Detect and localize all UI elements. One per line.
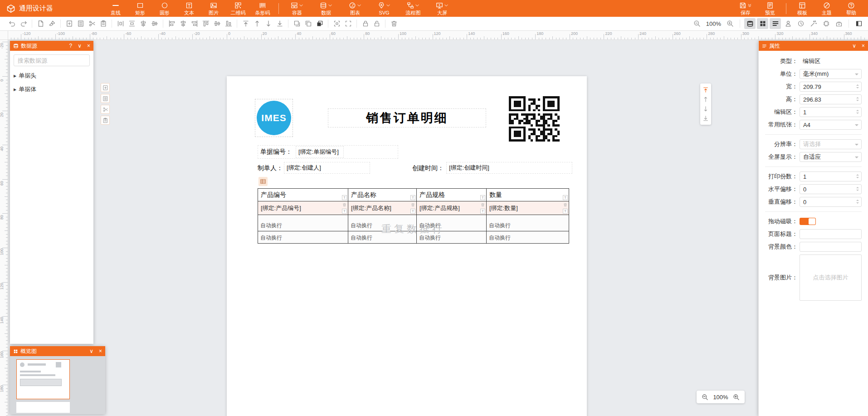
send-backward-button[interactable] (263, 18, 274, 29)
table-wrap-cell[interactable]: 自动换行 (487, 215, 569, 231)
panel-close-button[interactable]: × (87, 43, 90, 49)
table-binding-cell[interactable]: [绑定:数量]T (487, 201, 569, 215)
theme-button[interactable]: 主题 (814, 0, 839, 17)
group-button[interactable] (331, 18, 342, 29)
panel-help-button[interactable]: ? (69, 43, 73, 49)
add-page-icon[interactable] (101, 83, 110, 92)
table-binding-cell[interactable]: [绑定:产品编号]T (258, 201, 348, 215)
redo-button[interactable] (18, 18, 29, 29)
detail-button[interactable] (75, 18, 86, 29)
table-wrap-cell[interactable]: 自动换行 (417, 215, 487, 231)
panel-close-button[interactable]: × (862, 43, 865, 49)
send-to-back-button[interactable] (274, 18, 285, 29)
unlock-button[interactable] (371, 18, 382, 29)
detail-table[interactable]: 产品编号T 产品名称T 产品规格T 数量T [绑定:产品编号]T [绑定:产品名… (258, 188, 569, 244)
stepper-arrows-icon[interactable] (856, 84, 859, 89)
tool-line[interactable]: 直线 (103, 0, 128, 17)
creator-binding[interactable]: [绑定:创建人] (284, 162, 370, 174)
delete-button[interactable] (388, 18, 400, 29)
print-copies-stepper[interactable]: 1 (800, 171, 862, 181)
report-title[interactable]: 销售订单明细 (328, 108, 486, 127)
bg-color-input[interactable] (800, 242, 862, 252)
panel-collapse-button[interactable]: ∨ (852, 43, 856, 49)
properties-panel-header[interactable]: 属性 ∨ × (759, 41, 868, 51)
panel-close-button[interactable]: × (99, 348, 102, 354)
scroll-up-icon[interactable] (702, 96, 709, 103)
copy-button[interactable] (302, 18, 314, 29)
overview-panel-header[interactable]: 概览图 ∨ × (10, 346, 105, 356)
stepper-arrows-icon[interactable] (856, 174, 859, 179)
toolbox-button[interactable] (833, 18, 844, 29)
tool-data[interactable]: 数据 (312, 0, 341, 17)
undo-button[interactable] (6, 18, 18, 29)
table-header-cell[interactable]: 数量T (487, 189, 569, 201)
format-brush-button[interactable] (46, 18, 58, 29)
paste-button[interactable] (98, 18, 109, 29)
height-stepper[interactable]: 296.83 (800, 94, 862, 104)
page-title-input[interactable] (800, 229, 862, 239)
magic-tool-button[interactable] (808, 18, 819, 29)
zoom-out-icon[interactable] (702, 394, 708, 401)
zoom-out-button[interactable] (692, 18, 703, 29)
tool-bigscreen[interactable]: 大屏 (428, 0, 457, 17)
layers-button[interactable] (314, 18, 325, 29)
align-right-button[interactable] (189, 18, 200, 29)
tree-item-body[interactable]: ▶ 单据体 (14, 85, 90, 93)
ctime-binding[interactable]: [绑定:创建时间] (446, 162, 572, 174)
stepper-arrows-icon[interactable] (856, 199, 859, 204)
overview-minimap[interactable] (10, 356, 105, 414)
new-file-button[interactable] (35, 18, 46, 29)
doc-no-binding[interactable]: [绑定:单据编号] (296, 146, 344, 158)
overview-panel-toggle[interactable] (757, 18, 768, 29)
form-icon[interactable] (101, 94, 110, 103)
datasource-panel-toggle[interactable] (744, 18, 756, 29)
center-vertical-button[interactable] (149, 18, 160, 29)
tool-svg[interactable]: SVG (370, 0, 399, 17)
add-element-button[interactable] (63, 18, 75, 29)
save-button[interactable]: 保存 (733, 0, 758, 17)
bg-image-picker[interactable]: 点击选择图片 (800, 254, 862, 301)
width-stepper[interactable]: 209.79 (800, 82, 862, 92)
stepper-arrows-icon[interactable] (856, 109, 859, 114)
center-horizontal-button[interactable] (137, 18, 149, 29)
scroll-top-icon[interactable] (702, 87, 709, 93)
delete-icon[interactable] (342, 202, 347, 207)
qr-code[interactable] (509, 96, 560, 142)
tree-item-header[interactable]: ▶ 单据头 (14, 72, 90, 80)
help-button[interactable]: 帮助 (839, 0, 863, 17)
table-settings-icon[interactable] (258, 177, 268, 186)
copy-icon[interactable] (101, 116, 110, 125)
table-wrap-cell[interactable]: 自动换行 (348, 231, 417, 244)
page[interactable]: IMES 销售订单明细 单据编号： [绑定:单据编号] 制单人： [绑定:创建人… (227, 76, 587, 416)
tool-flowchart[interactable]: 流程图 (399, 0, 428, 17)
table-wrap-cell[interactable]: 自动换行 (417, 231, 487, 244)
tool-circle[interactable]: 圆形 (152, 0, 177, 17)
stepper-arrows-icon[interactable] (856, 97, 859, 102)
logo-element[interactable]: IMES (255, 99, 293, 137)
scissors-icon[interactable] (101, 105, 110, 114)
align-center-button[interactable] (177, 18, 189, 29)
table-wrap-cell[interactable]: 自动换行 (258, 215, 348, 231)
datasource-search-input[interactable] (14, 54, 90, 66)
delete-icon[interactable] (410, 202, 415, 207)
stepper-arrows-icon[interactable] (856, 186, 859, 191)
v-offset-stepper[interactable]: 0 (800, 197, 862, 207)
cut-button[interactable] (86, 18, 98, 29)
tool-text[interactable]: 文本 (177, 0, 201, 17)
table-header-cell[interactable]: 产品规格T (417, 189, 487, 201)
ungroup-button[interactable] (342, 18, 354, 29)
tool-rect[interactable]: 矩形 (128, 0, 152, 17)
history-button[interactable] (795, 18, 806, 29)
table-wrap-cell[interactable]: 自动换行 (258, 231, 348, 244)
bring-forward-button[interactable] (251, 18, 263, 29)
tool-chart[interactable]: 图表 (341, 0, 370, 17)
tool-qrcode[interactable]: 二维码 (226, 0, 250, 17)
delete-icon[interactable] (563, 202, 568, 207)
collaboration-button[interactable] (782, 18, 794, 29)
table-wrap-cell[interactable]: 自动换行 (348, 215, 417, 231)
overview-page-thumbnail[interactable] (16, 359, 70, 399)
unit-select[interactable]: 毫米(mm) (800, 69, 862, 79)
datasource-panel-header[interactable]: 数据源 ? ∨ × (10, 41, 93, 51)
layout-button[interactable] (853, 18, 864, 29)
panel-collapse-button[interactable]: ∨ (89, 348, 93, 354)
